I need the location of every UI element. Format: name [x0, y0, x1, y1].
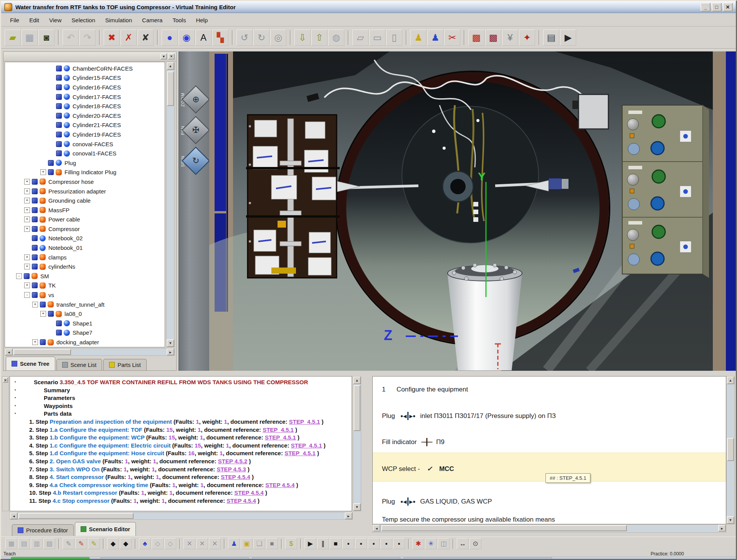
- menu-edit[interactable]: Edit: [24, 15, 44, 25]
- scroll-thumb[interactable]: [167, 71, 174, 106]
- scenario-section-summary[interactable]: Summary: [24, 387, 348, 394]
- visibility-checkbox[interactable]: [40, 302, 46, 307]
- scroll-left-button[interactable]: ◄: [5, 349, 13, 355]
- expand-toggle-icon[interactable]: +: [24, 179, 30, 185]
- scenario-step[interactable]: 2. Step 1.a Configure the equipment: TOF…: [24, 426, 348, 434]
- visibility-checkbox[interactable]: [32, 188, 38, 194]
- nav-zoom-button[interactable]: ZOOM⊕: [180, 83, 208, 116]
- tree-item-cylinder19-faces[interactable]: Cylinder19-FACES: [7, 130, 165, 139]
- visibility-checkbox[interactable]: [56, 103, 62, 109]
- visibility-checkbox[interactable]: [56, 113, 62, 119]
- toolbar-button[interactable]: ↔: [457, 538, 469, 549]
- task-row[interactable]: Plug∙◂┃▸∙inlet ПЗ011 ПЗ017/17 (Pressure …: [382, 412, 556, 420]
- toolbar-button[interactable]: ▥: [31, 538, 43, 549]
- duplicate-button[interactable]: ▯: [386, 30, 402, 46]
- scroll-thumb[interactable]: [354, 385, 360, 431]
- scroll-thumb[interactable]: [381, 525, 627, 531]
- toolbar-button[interactable]: ■: [266, 538, 278, 549]
- tree-item-cylinderns[interactable]: +cylinderNs: [7, 262, 165, 271]
- task-row[interactable]: Plug∙◂┃▸∙GAS LIQUID, GAS WCP: [382, 497, 492, 505]
- rotate-right-button[interactable]: ↻: [253, 30, 269, 46]
- scroll-right-button[interactable]: ►: [345, 512, 352, 519]
- scenario-step[interactable]: 1. Step Preparation and inspection of th…: [24, 418, 348, 426]
- toolbar-button[interactable]: ❏: [253, 538, 265, 549]
- menu-help[interactable]: Help: [191, 15, 213, 25]
- visibility-checkbox[interactable]: [56, 66, 62, 71]
- visibility-checkbox[interactable]: [56, 141, 62, 147]
- expand-toggle-icon[interactable]: +: [32, 302, 38, 307]
- undo-button[interactable]: ↶: [63, 30, 79, 46]
- scenario-step[interactable]: 3. Step 1.b Configure the equipment: WCP…: [24, 434, 348, 441]
- export-button[interactable]: ⇧: [311, 30, 327, 46]
- scroll-right-button[interactable]: ►: [718, 525, 726, 532]
- tree-item-docking-adapter[interactable]: +docking_adapter: [7, 337, 165, 347]
- save-button[interactable]: ▦: [21, 30, 38, 46]
- tree-item-transfer-tunnel-aft[interactable]: +transfer_tunnel_aft: [7, 300, 165, 309]
- scroll-up-button[interactable]: ▲: [167, 62, 174, 70]
- tree-item-cylinder21-faces[interactable]: Cylinder21-FACES: [7, 121, 165, 130]
- nav-pan-button[interactable]: PAN✠: [180, 114, 208, 146]
- toolbar-button[interactable]: ■: [330, 538, 342, 549]
- tab-procedure-editor[interactable]: Procedure Editor: [12, 524, 74, 536]
- visibility-checkbox[interactable]: [32, 245, 38, 251]
- visibility-checkbox[interactable]: [32, 226, 38, 232]
- menu-simulation[interactable]: Simulation: [100, 15, 137, 25]
- tree-horizontal-scrollbar[interactable]: ◄ ►: [5, 348, 175, 356]
- scroll-up-button[interactable]: ▲: [353, 377, 361, 384]
- expand-toggle-icon[interactable]: +: [24, 216, 30, 222]
- toolbar-button[interactable]: ▶: [304, 538, 316, 549]
- scenario-step[interactable]: 4. Step 1.c Configure the equipment: Ele…: [24, 442, 348, 449]
- tree-item-filling-indicator-plug[interactable]: +Filling Indicator Plug: [7, 168, 165, 177]
- scenario-step[interactable]: 10. Step 4.b Restart compressor (Faults:…: [24, 489, 348, 497]
- visibility-checkbox[interactable]: [32, 216, 38, 222]
- delete-button[interactable]: ✖: [104, 30, 120, 46]
- report-button[interactable]: ▤: [543, 30, 559, 46]
- tree-vertical-scrollbar[interactable]: ▲ ▼: [166, 62, 175, 347]
- scroll-down-button[interactable]: ▼: [353, 503, 361, 511]
- task-row[interactable]: Fill indicator─╂─П9: [382, 438, 445, 446]
- task-highlight-row[interactable]: WCP select -✓MCC: [382, 465, 454, 473]
- visibility-checkbox[interactable]: [40, 339, 46, 345]
- task-step-heading[interactable]: 1Configure the equipment: [382, 386, 468, 393]
- toolbar-button[interactable]: ◇: [152, 538, 164, 549]
- units-button[interactable]: ¥: [502, 30, 518, 46]
- start-button[interactable]: [11, 557, 90, 560]
- toolbar-button[interactable]: ▪: [380, 538, 392, 549]
- maximize-button[interactable]: □: [712, 3, 722, 12]
- actor-blue-button[interactable]: ♟: [427, 30, 443, 46]
- tree-item-cylinder15-faces[interactable]: Cylinder15-FACES: [7, 73, 165, 83]
- visibility-checkbox[interactable]: [56, 84, 62, 90]
- remove-sphere-button[interactable]: ◉: [178, 30, 195, 46]
- scenario-horizontal-scrollbar[interactable]: ◄ ►: [10, 512, 353, 520]
- scenario-section-parts-data[interactable]: Parts data: [24, 410, 348, 418]
- tree-item-cylinder18-faces[interactable]: Cylinder18-FACES: [7, 101, 165, 111]
- copy-button[interactable]: ▱: [352, 30, 368, 46]
- toolbar-button[interactable]: ♟: [228, 538, 240, 549]
- task-vertical-scrollbar[interactable]: ▲ ▼: [726, 376, 735, 524]
- visibility-checkbox[interactable]: [32, 292, 38, 298]
- tree-item-clamps[interactable]: +clamps: [7, 253, 165, 262]
- tab-parts-list[interactable]: Parts List: [103, 359, 146, 370]
- visibility-checkbox[interactable]: [56, 122, 62, 128]
- expand-toggle-icon[interactable]: +: [24, 264, 30, 269]
- 3d-viewport[interactable]: Y Z: [209, 51, 737, 371]
- water-container[interactable]: [448, 263, 522, 370]
- play-button[interactable]: ▶: [560, 30, 576, 46]
- redo-button[interactable]: ↷: [79, 30, 96, 46]
- taskbar-button[interactable]: [404, 557, 552, 560]
- expand-toggle-icon[interactable]: +: [24, 207, 30, 213]
- expand-toggle-icon[interactable]: +: [40, 169, 46, 175]
- tree-item-massfp[interactable]: +MassFP: [7, 205, 165, 215]
- scroll-left-button[interactable]: ◄: [373, 525, 380, 532]
- visibility-checkbox[interactable]: [32, 179, 38, 185]
- visibility-checkbox[interactable]: [56, 94, 62, 100]
- menu-selection[interactable]: Selection: [66, 15, 100, 25]
- tree-item-plug[interactable]: Plug: [7, 158, 165, 168]
- tree-item-vs[interactable]: -vs: [7, 290, 165, 300]
- tree-item-la08-0[interactable]: +la08_0: [7, 309, 165, 319]
- scenario-step[interactable]: 5. Step 1.d Configure the equipment: Hos…: [24, 450, 348, 457]
- grid-red-2-button[interactable]: ▩: [485, 30, 501, 46]
- toolbar-button[interactable]: ◆: [120, 538, 132, 549]
- toolbar-button[interactable]: $: [285, 538, 297, 549]
- menu-tools[interactable]: Tools: [167, 15, 191, 25]
